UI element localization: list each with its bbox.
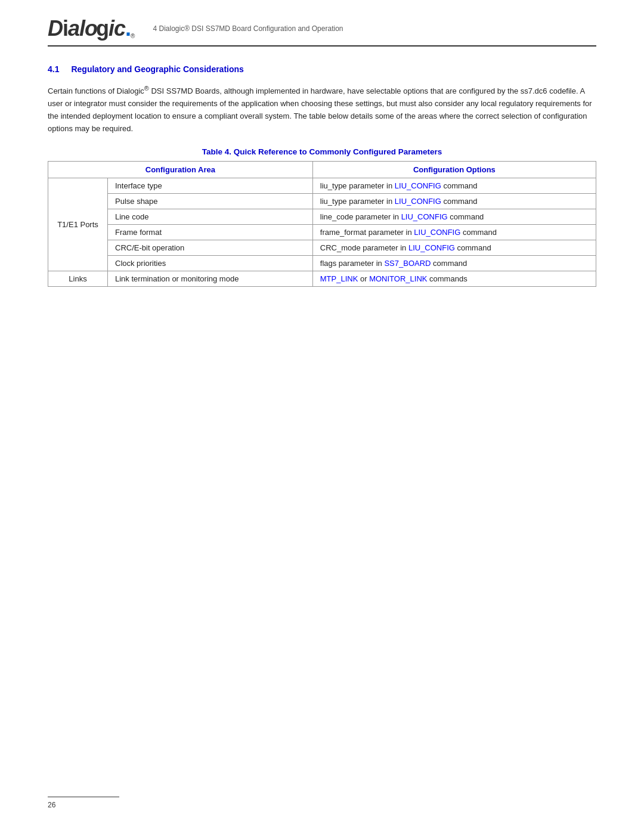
liu-config-link-3[interactable]: LIU_CONFIG xyxy=(401,212,448,221)
col1-header: Configuration Area xyxy=(48,161,313,178)
config-cell-links: Link termination or monitoring mode xyxy=(108,271,313,286)
section-title: Regulatory and Geographic Considerations xyxy=(71,64,243,74)
area-cell-t1e1: T1/E1 Ports xyxy=(48,178,108,271)
options-cell-interface: liu_type parameter in LIU_CONFIG command xyxy=(312,178,596,193)
table-row: Pulse shape liu_type parameter in LIU_CO… xyxy=(48,193,596,209)
footer-divider xyxy=(48,797,119,797)
section-number: 4.1 xyxy=(48,64,59,74)
options-cell-clock: flags parameter in SS7_BOARD command xyxy=(312,255,596,271)
logo: Dialogic. ® xyxy=(48,18,135,39)
breadcrumb: 4 Dialogic® DSI SS7MD Board Configuratio… xyxy=(135,24,343,33)
options-cell-crc: CRC_mode parameter in LIU_CONFIG command xyxy=(312,240,596,255)
table-row: T1/E1 Ports Interface type liu_type para… xyxy=(48,178,596,193)
section-heading: 4.1 Regulatory and Geographic Considerat… xyxy=(48,64,596,74)
config-cell-pulse: Pulse shape xyxy=(108,193,313,209)
liu-config-link-2[interactable]: LIU_CONFIG xyxy=(395,197,441,206)
config-cell-frame: Frame format xyxy=(108,224,313,240)
config-cell-clock: Clock priorities xyxy=(108,255,313,271)
monitor-link-link[interactable]: MONITOR_LINK xyxy=(369,274,427,283)
config-cell-interface: Interface type xyxy=(108,178,313,193)
logo-registered: ® xyxy=(131,33,135,39)
liu-config-link-4[interactable]: LIU_CONFIG xyxy=(414,228,460,237)
page: Dialogic. ® 4 Dialogic® DSI SS7MD Board … xyxy=(0,0,644,833)
table-row: CRC/E-bit operation CRC_mode parameter i… xyxy=(48,240,596,255)
ss7-board-link[interactable]: SS7_BOARD xyxy=(384,259,431,268)
mtp-link-link[interactable]: MTP_LINK xyxy=(320,274,358,283)
config-cell-crc: CRC/E-bit operation xyxy=(108,240,313,255)
config-table: Configuration Area Configuration Options… xyxy=(48,161,596,287)
section-body: Certain functions of Dialogic® DSI SS7MD… xyxy=(48,83,596,135)
page-number: 26 xyxy=(48,801,596,809)
table-title: Table 4. Quick Reference to Commonly Con… xyxy=(48,147,596,156)
options-cell-linecode: line_code parameter in LIU_CONFIG comman… xyxy=(312,209,596,224)
options-cell-links: MTP_LINK or MONITOR_LINK commands xyxy=(312,271,596,286)
table-row: Frame format frame_format parameter in L… xyxy=(48,224,596,240)
area-cell-links: Links xyxy=(48,271,108,286)
liu-config-link-1[interactable]: LIU_CONFIG xyxy=(395,181,441,190)
page-footer: 26 xyxy=(48,797,596,809)
options-cell-pulse: liu_type parameter in LIU_CONFIG command xyxy=(312,193,596,209)
options-cell-frame: frame_format parameter in LIU_CONFIG com… xyxy=(312,224,596,240)
table-row: Clock priorities flags parameter in SS7_… xyxy=(48,255,596,271)
liu-config-link-5[interactable]: LIU_CONFIG xyxy=(408,243,455,252)
config-cell-linecode: Line code xyxy=(108,209,313,224)
table-row: Links Link termination or monitoring mod… xyxy=(48,271,596,286)
col2-header: Configuration Options xyxy=(312,161,596,178)
table-header-row: Configuration Area Configuration Options xyxy=(48,161,596,178)
logo-text: Dialogic. xyxy=(48,18,131,39)
page-header: Dialogic. ® 4 Dialogic® DSI SS7MD Board … xyxy=(48,18,596,47)
table-row: Line code line_code parameter in LIU_CON… xyxy=(48,209,596,224)
